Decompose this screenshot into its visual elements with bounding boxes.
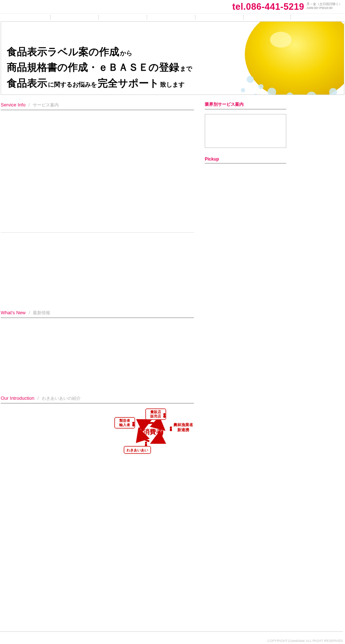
slash: /: [37, 395, 39, 401]
diagram-left-l2: 輸入者: [119, 423, 130, 427]
content-columns: Service Info / サービス案内 What's New / 最新情報 …: [0, 101, 345, 459]
diagram-top-l1: 量販店: [150, 410, 161, 414]
diagram-left-l1: 製造者: [119, 419, 130, 422]
divider: [1, 232, 194, 233]
svg-point-3: [258, 84, 264, 89]
business-hours: 月～金（土日祝日除く） AM9:00~PM18:00: [306, 1, 342, 10]
diagram-bottom: わきあいあい: [126, 448, 148, 452]
hero-lemon-image: [229, 21, 344, 95]
service-heading-en: Service Info: [1, 102, 26, 108]
section-rule: [205, 109, 286, 110]
service-content-area-2: [1, 237, 194, 309]
hero-l3a: 食品表示: [7, 75, 47, 91]
intro-heading: Our Introduction / わきあいあいの紹介: [1, 395, 194, 402]
nav-divider: [291, 15, 291, 19]
hero-l2a: 商品規格書の作成・ｅＢＡＳＥの登録: [7, 60, 179, 75]
news-heading: What's New / 最新情報: [1, 309, 194, 316]
section-rule: [205, 163, 286, 164]
sidebar-industry-title: 業界別サービス案内: [205, 101, 286, 108]
nav-divider: [195, 15, 195, 19]
section-rule: [1, 317, 194, 318]
svg-point-2: [247, 76, 254, 83]
svg-point-0: [245, 21, 344, 95]
hero-l3c: 完全サポート: [98, 75, 159, 91]
diagram-right-l1: 農林漁業者: [173, 422, 193, 427]
service-heading: Service Info / サービス案内: [1, 101, 194, 108]
footer-rule: [0, 631, 343, 632]
nav-divider: [147, 15, 147, 19]
main-column: Service Info / サービス案内 What's New / 最新情報 …: [1, 101, 194, 459]
hero-l3b: に関するお悩みを: [48, 80, 97, 89]
hours-days: 月～金（土日祝日除く）: [306, 2, 342, 6]
intro-heading-en: Our Introduction: [1, 395, 34, 401]
svg-rect-22: [170, 429, 172, 431]
footer: COPYRIGHT.(c)wakiaiai ALL RIGHT RESERVED: [0, 631, 345, 644]
sidebar-industry-box: [205, 114, 286, 148]
service-content-area: [1, 115, 194, 232]
hero-banner: 食品表示ラベル案の作成 から 商品規格書の作成・ｅＢＡＳＥの登録 まで 食品表示…: [1, 21, 344, 95]
copyright: COPYRIGHT.(c)wakiaiai ALL RIGHT RESERVED: [0, 639, 343, 643]
hero-copy: 食品表示ラベル案の作成 から 商品規格書の作成・ｅＢＡＳＥの登録 まで 食品表示…: [7, 44, 193, 91]
nav-divider: [243, 15, 244, 19]
phone-number: tel.086-441-5219: [232, 1, 304, 12]
svg-rect-25: [145, 444, 147, 446]
hero-l2b: まで: [180, 64, 192, 74]
lemon-splash-icon: [229, 21, 344, 95]
svg-point-21: [170, 426, 172, 429]
diagram-center-label: 消費者: [143, 428, 163, 435]
service-heading-jp: サービス案内: [33, 102, 59, 108]
diagram-top-l2: 販売店: [150, 414, 161, 418]
news-heading-jp: 最新情報: [33, 310, 50, 315]
hero-l3d: 致します: [160, 80, 185, 89]
sidebar-pickup-title: Pickup: [205, 157, 286, 162]
intro-diagram-area: 消費者 量販店 販売店 製造者 輸入者 農林漁業者 新連携: [1, 408, 194, 459]
svg-point-1: [270, 32, 292, 48]
svg-point-9: [241, 88, 245, 92]
svg-rect-17: [163, 415, 165, 418]
section-rule: [1, 403, 194, 404]
intro-heading-jp: わきあいあいの紹介: [42, 396, 81, 401]
hero-l1a: 食品表示ラベル案の作成: [7, 44, 119, 60]
svg-point-16: [163, 413, 165, 415]
slash: /: [28, 102, 30, 108]
nav-divider: [50, 15, 50, 19]
svg-point-24: [145, 442, 147, 444]
svg-rect-20: [132, 424, 134, 426]
svg-point-19: [132, 422, 134, 424]
news-content-area: [1, 323, 194, 395]
hours-time: AM9:00~PM18:00: [306, 6, 342, 10]
diagram-right-l2: 新連携: [177, 428, 189, 432]
nav-divider: [98, 15, 99, 19]
news-heading-en: What's New: [1, 310, 26, 315]
slash: /: [28, 310, 30, 315]
hero-l1b: から: [120, 49, 132, 58]
svg-point-12: [254, 94, 257, 95]
nav-separator-row: [0, 13, 345, 19]
section-rule: [1, 110, 194, 110]
top-bar: tel.086-441-5219 月～金（土日祝日除く） AM9:00~PM18…: [0, 0, 345, 13]
stakeholder-diagram: 消費者 量販店 販売店 製造者 輸入者 農林漁業者 新連携: [114, 408, 193, 455]
sidebar: 業界別サービス案内 Pickup: [205, 101, 286, 459]
